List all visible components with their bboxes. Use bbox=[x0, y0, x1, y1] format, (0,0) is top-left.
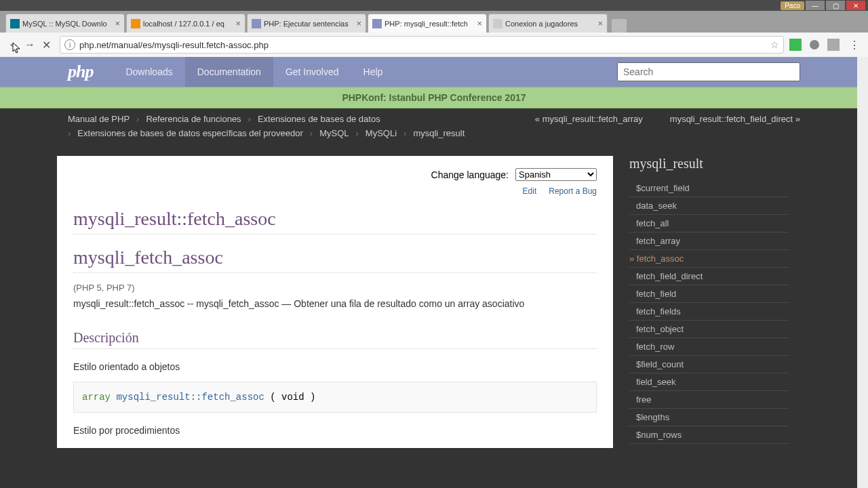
report-bug-link[interactable]: Report a Bug bbox=[549, 186, 597, 196]
sidebar-item[interactable]: $lengths bbox=[629, 409, 789, 426]
crumb-link[interactable]: Manual de PHP bbox=[68, 114, 130, 124]
banner-link[interactable]: PHPKonf: Istanbul PHP Conference 2017 bbox=[342, 92, 526, 103]
crumb-link[interactable]: Extensiones de bases de datos específica… bbox=[77, 128, 302, 138]
mysql-icon bbox=[10, 19, 20, 28]
sidebar-item[interactable]: fetch_field bbox=[629, 285, 789, 303]
close-icon[interactable]: × bbox=[477, 18, 482, 28]
site-header: php Downloads Documentation Get Involved… bbox=[0, 57, 868, 87]
versions-text: (PHP 5, PHP 7) bbox=[73, 283, 597, 293]
tab-php-ejecutar[interactable]: PHP: Ejecutar sentencias × bbox=[247, 14, 366, 33]
style-label: Estilo por procedimientos bbox=[73, 425, 597, 436]
tab-label: PHP: Ejecutar sentencias bbox=[264, 20, 356, 28]
close-icon[interactable]: × bbox=[115, 18, 120, 28]
svg-rect-4 bbox=[493, 19, 502, 28]
svg-rect-0 bbox=[10, 19, 20, 28]
crumb-link[interactable]: MySQL bbox=[319, 128, 349, 138]
sidebar-item[interactable]: free bbox=[629, 391, 789, 409]
nav-downloads[interactable]: Downloads bbox=[113, 57, 184, 87]
sidebar-item[interactable]: fetch_array bbox=[629, 232, 789, 250]
maximize-button[interactable]: ▢ bbox=[826, 1, 845, 10]
php-icon bbox=[372, 19, 382, 28]
sidebar-item[interactable]: fetch_object bbox=[629, 321, 789, 338]
sidebar-item[interactable]: $num_rows bbox=[629, 426, 789, 444]
page-title: mysqli_result::fetch_assoc bbox=[73, 208, 597, 235]
sidebar-item[interactable]: fetch_all bbox=[629, 215, 789, 232]
breadcrumb: ›Extensiones de bases de datos específic… bbox=[68, 128, 800, 138]
breadcrumb-bar: Manual de PHP› Referencia de funciones› … bbox=[0, 108, 868, 144]
tab-label: MySQL :: MySQL Downlo bbox=[22, 20, 115, 28]
extension-icon[interactable] bbox=[789, 39, 802, 51]
back-button[interactable]: ← bbox=[5, 37, 22, 53]
url-input[interactable]: i php.net/manual/es/mysqli-result.fetch-… bbox=[60, 36, 784, 54]
site-info-icon[interactable]: i bbox=[64, 39, 75, 50]
language-label: Change language: bbox=[431, 169, 509, 180]
language-select[interactable]: Spanish bbox=[515, 168, 597, 181]
summary-text: mysqli_result::fetch_assoc -- mysqli_fet… bbox=[73, 297, 597, 311]
tab-label: PHP: mysqli_result::fetch bbox=[384, 20, 477, 28]
sidebar-item[interactable]: data_seek bbox=[629, 197, 789, 215]
svg-rect-7 bbox=[827, 39, 840, 51]
scrollbar[interactable] bbox=[857, 57, 868, 488]
sidebar-item[interactable]: fetch_field_direct bbox=[629, 268, 789, 285]
extensions: ⋮ bbox=[789, 37, 863, 53]
sidebar-list: $current_fielddata_seekfetch_allfetch_ar… bbox=[629, 180, 789, 444]
nav-help[interactable]: Help bbox=[351, 57, 395, 87]
nav-documentation[interactable]: Documentation bbox=[185, 57, 273, 87]
window-titlebar: Paco — ▢ ✕ bbox=[0, 0, 868, 11]
sidebar-item[interactable]: $field_count bbox=[629, 356, 789, 373]
minimize-button[interactable]: — bbox=[806, 1, 825, 10]
style-label: Estilo orientado a objetos bbox=[73, 361, 597, 372]
sidebar-item[interactable]: fetch_fields bbox=[629, 303, 789, 321]
nav-get-involved[interactable]: Get Involved bbox=[273, 57, 351, 87]
svg-rect-1 bbox=[131, 19, 140, 28]
crumb-link[interactable]: Referencia de funciones bbox=[146, 114, 241, 124]
bookmark-icon[interactable]: ☆ bbox=[770, 39, 779, 50]
svg-rect-5 bbox=[789, 39, 802, 51]
prev-link[interactable]: « mysqli_result::fetch_array bbox=[535, 114, 643, 124]
page-title-alt: mysqli_fetch_assoc bbox=[73, 247, 597, 273]
tab-label: Conexion a jugadores bbox=[505, 20, 597, 28]
stop-button[interactable]: ✕ bbox=[38, 37, 54, 53]
main-nav: Downloads Documentation Get Involved Hel… bbox=[113, 57, 395, 87]
announcement-banner: PHPKonf: Istanbul PHP Conference 2017 bbox=[0, 87, 868, 108]
php-icon bbox=[252, 19, 261, 28]
crumb-link[interactable]: mysqli_result bbox=[413, 128, 465, 138]
page-content: php Downloads Documentation Get Involved… bbox=[0, 57, 868, 488]
edit-link[interactable]: Edit bbox=[523, 186, 537, 196]
tabs-bar: MySQL :: MySQL Downlo × localhost / 127.… bbox=[0, 11, 868, 33]
sidebar-item[interactable]: field_seek bbox=[629, 373, 789, 391]
svg-point-6 bbox=[810, 40, 819, 49]
crumb-link[interactable]: MySQLi bbox=[366, 128, 397, 138]
method-name[interactable]: mysqli_result::fetch_assoc bbox=[116, 392, 264, 403]
close-icon[interactable]: × bbox=[235, 18, 241, 28]
sidebar-heading[interactable]: mysqli_result bbox=[629, 156, 789, 171]
main-content: Change language: Spanish Edit Report a B… bbox=[57, 156, 613, 448]
params: ( void ) bbox=[264, 392, 316, 403]
address-bar: ← → ✕ i php.net/manual/es/mysqli-result.… bbox=[0, 33, 868, 57]
method-synopsis: array mysqli_result::fetch_assoc ( void … bbox=[73, 382, 597, 413]
search-input[interactable] bbox=[617, 62, 800, 81]
page-icon bbox=[493, 19, 502, 28]
new-tab-button[interactable] bbox=[612, 19, 627, 33]
extension-icon[interactable] bbox=[808, 39, 821, 51]
sidebar-item[interactable]: $current_field bbox=[629, 180, 789, 197]
crumb-link[interactable]: Extensiones de bases de datos bbox=[258, 114, 380, 124]
tab-conexion[interactable]: Conexion a jugadores × bbox=[488, 14, 608, 33]
tab-mysql-downloads[interactable]: MySQL :: MySQL Downlo × bbox=[5, 14, 125, 33]
sidebar-item[interactable]: fetch_assoc bbox=[629, 250, 789, 268]
forward-button[interactable]: → bbox=[22, 37, 38, 53]
menu-button[interactable]: ⋮ bbox=[846, 37, 863, 53]
breadcrumb: Manual de PHP› Referencia de funciones› … bbox=[68, 114, 535, 124]
close-icon[interactable]: × bbox=[597, 18, 603, 28]
tab-localhost[interactable]: localhost / 127.0.0.1 / eq × bbox=[126, 14, 245, 33]
php-logo[interactable]: php bbox=[68, 62, 93, 82]
phpmyadmin-icon bbox=[131, 19, 140, 28]
next-link[interactable]: mysqli_result::fetch_field_direct » bbox=[670, 114, 800, 124]
svg-rect-3 bbox=[372, 19, 382, 28]
close-window-button[interactable]: ✕ bbox=[846, 1, 865, 10]
close-icon[interactable]: × bbox=[356, 18, 361, 28]
sidebar-item[interactable]: fetch_row bbox=[629, 338, 789, 356]
extension-icon[interactable] bbox=[827, 39, 840, 51]
tab-php-mysqli-result[interactable]: PHP: mysqli_result::fetch × bbox=[368, 14, 487, 33]
sidebar: mysqli_result $current_fielddata_seekfet… bbox=[629, 156, 789, 448]
